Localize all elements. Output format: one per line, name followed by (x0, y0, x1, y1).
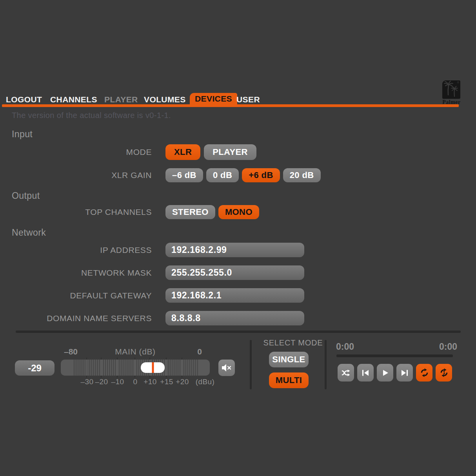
multi-mode-button[interactable]: MULTI (269, 372, 309, 388)
brand-name: Palmer (442, 99, 461, 105)
speaker-muted-icon (221, 363, 233, 373)
meter-major-tick (165, 360, 167, 376)
meter-major-tick (181, 360, 183, 376)
repeat-one-button[interactable]: 1 (436, 364, 452, 382)
network-mask-row: NETWORK MASK 255.255.255.0 (0, 265, 304, 280)
xlr-gain-label: XLR GAIN (0, 171, 152, 180)
meter-major-tick (86, 360, 88, 376)
meter-major-tick (116, 360, 118, 376)
ip-address-field[interactable]: 192.168.2.99 (165, 243, 304, 257)
shuffle-icon (341, 368, 351, 378)
dns-field[interactable]: 8.8.8.8 (165, 311, 304, 325)
previous-track-button[interactable] (357, 364, 374, 382)
dns-row: DOMAIN NAME SERVERS 8.8.8.8 (0, 311, 304, 325)
nav-item-user[interactable]: USER (236, 94, 260, 105)
meter-major-tick (134, 360, 136, 376)
section-title-input: Input (12, 129, 33, 140)
svg-text:1: 1 (443, 371, 445, 375)
mono-button[interactable]: MONO (218, 205, 259, 219)
slider-position-marker (152, 362, 154, 373)
volume-slider-track[interactable] (61, 360, 210, 376)
top-channels-label: TOP CHANNELS (0, 207, 152, 217)
nav-item-volumes[interactable]: VOLUMES (144, 94, 186, 105)
gain-plus6-button[interactable]: +6 dB (242, 168, 280, 182)
vertical-divider-left (250, 340, 252, 389)
scale-tick: –20 (95, 378, 108, 386)
xlr-gain-row: XLR GAIN –6 dB 0 dB +6 dB 20 dB (0, 168, 321, 182)
top-channels-row: TOP CHANNELS STEREO MONO (0, 205, 259, 219)
brand-logo: ® Palmer (442, 80, 461, 105)
nav-item-logout[interactable]: LOGOUT (6, 94, 42, 105)
section-title-output: Output (12, 191, 40, 201)
scale-tick: +10 (144, 378, 156, 386)
main-volume-value[interactable]: -29 (15, 360, 55, 376)
mode-row: MODE XLR PLAYER (0, 144, 256, 160)
section-title-network: Network (12, 227, 46, 238)
mode-xlr-button[interactable]: XLR (165, 144, 200, 160)
play-icon (380, 368, 390, 378)
mute-button[interactable] (218, 360, 235, 376)
default-gateway-field[interactable]: 192.168.2.1 (165, 288, 304, 303)
dbu-scale: –30 –20 –10 0 +10 +15 +20 (dBu) (61, 378, 210, 387)
ip-address-row: IP ADDRESS 192.168.2.99 (0, 243, 304, 257)
mode-player-button[interactable]: PLAYER (204, 144, 256, 160)
gain-minus6-button[interactable]: –6 dB (165, 168, 203, 182)
default-gateway-label: DEFAULT GATEWAY (0, 291, 152, 300)
meter-major-tick (100, 360, 102, 376)
player-progress-bar[interactable] (336, 354, 453, 357)
mode-label: MODE (0, 147, 152, 157)
player-total-time: 0:00 (439, 342, 457, 352)
scale-tick: +15 (160, 378, 173, 386)
nav-item-player[interactable]: PLAYER (104, 94, 138, 105)
shuffle-button[interactable] (338, 364, 354, 382)
scale-unit: (dBu) (196, 378, 214, 386)
repeat-button[interactable] (416, 364, 432, 382)
palm-trees-icon: ® (442, 80, 460, 99)
meter-title: MAIN (dB) (61, 347, 210, 356)
volume-slider-handle[interactable] (141, 362, 165, 373)
play-button[interactable] (377, 364, 393, 382)
network-mask-field[interactable]: 255.255.255.0 (165, 265, 304, 280)
repeat-one-icon: 1 (439, 367, 449, 378)
devices-page: LOGOUT CHANNELS PLAYER VOLUMES DEVICES U… (0, 0, 476, 476)
stereo-button[interactable]: STEREO (165, 205, 215, 219)
nav-item-channels[interactable]: CHANNELS (50, 94, 97, 105)
horizontal-divider (16, 331, 461, 333)
next-track-icon (400, 368, 409, 378)
registered-mark: ® (457, 81, 459, 84)
dns-label: DOMAIN NAME SERVERS (0, 314, 152, 323)
previous-track-icon (361, 368, 370, 378)
next-track-button[interactable] (396, 364, 413, 382)
scale-tick: –30 (81, 378, 94, 386)
scale-tick: +20 (176, 378, 189, 386)
default-gateway-row: DEFAULT GATEWAY 192.168.2.1 (0, 288, 304, 303)
repeat-icon (419, 367, 430, 378)
scale-tick: –10 (111, 378, 124, 386)
network-mask-label: NETWORK MASK (0, 268, 152, 278)
nav-accent-bar (2, 104, 459, 107)
main-volume-meter: –80 MAIN (dB) 0 –30 –20 –10 0 +10 +15 +2… (61, 347, 210, 388)
select-mode-label: SELECT MODE (259, 338, 327, 347)
gain-20-button[interactable]: 20 dB (283, 168, 321, 182)
version-notice: The version of the actual software is v0… (12, 111, 171, 120)
scale-tick: 0 (133, 378, 138, 386)
player-elapsed-time: 0:00 (336, 342, 354, 352)
ip-address-label: IP ADDRESS (0, 245, 152, 255)
gain-0-button[interactable]: 0 dB (206, 168, 239, 182)
single-mode-button[interactable]: SINGLE (269, 352, 309, 367)
meter-range-max: 0 (197, 347, 202, 356)
nav-tab-devices-active[interactable]: DEVICES (190, 93, 237, 105)
